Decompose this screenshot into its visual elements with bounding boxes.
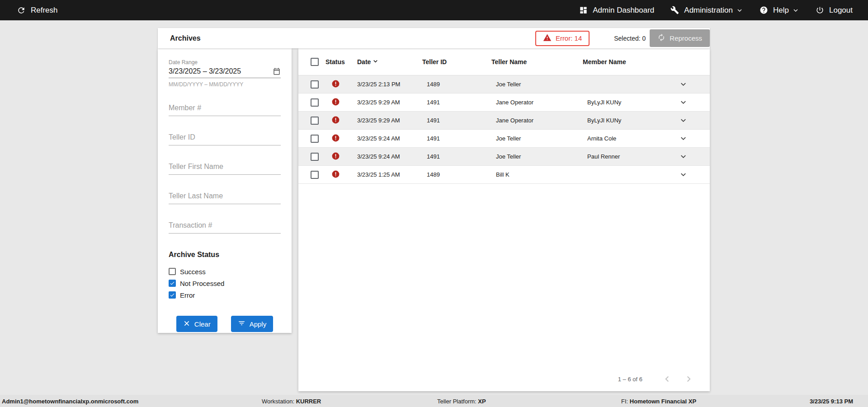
filter-actions: Clear Apply [169,316,281,332]
error-count-label: Error: 14 [556,34,582,42]
row-checkbox[interactable] [311,117,319,125]
error-status-icon [331,170,340,180]
expand-row-button[interactable] [677,114,689,126]
apply-button[interactable]: Apply [231,316,274,332]
teller-platform-info: Teller Platform: XP [437,398,486,404]
platform-label: Teller Platform: [437,398,476,404]
archive-status-list: Success Not Processed Error [169,266,281,301]
row-checkbox[interactable] [311,171,319,179]
checkbox-box[interactable] [169,280,176,287]
row-member-name: Paul Renner [583,153,676,160]
date-range-hint: MM/DD/YYYY – MM/DD/YYYY [169,81,281,88]
table-row: 3/23/25 9:29 AM 1491 Jane Operator ByLyJ… [298,112,710,130]
row-checkbox[interactable] [311,153,319,161]
row-teller-name: Jane Operator [491,117,583,124]
date-range-input[interactable] [169,67,270,75]
reprocess-label: Reprocess [670,34,702,42]
page-header: Archives Error: 14 Selected: 0 Reprocess [158,28,710,48]
teller-first-name-input[interactable] [169,161,281,175]
table-row: 3/23/25 9:24 AM 1491 Joe Teller Arnita C… [298,130,710,148]
workstation-value: KURRER [296,398,321,404]
administration-menu[interactable]: Administration [670,6,743,15]
expand-row-button[interactable] [677,78,689,90]
pagination-range-label: 1 – 6 of 6 [618,376,642,383]
help-menu[interactable]: Help [760,6,799,15]
transaction-number-input[interactable] [169,220,281,234]
chevron-down-icon [736,7,743,14]
archives-table: Status Date Teller ID Teller Name Member… [298,48,710,391]
date-column-header[interactable]: Date [357,58,422,66]
row-teller-id: 1491 [422,117,491,124]
fi-value: Hometown Financial XP [630,398,696,404]
row-checkbox[interactable] [311,135,319,143]
current-datetime: 3/23/25 9:13 PM [810,398,853,404]
admin-dashboard-label: Admin Dashboard [593,6,654,15]
administration-label: Administration [684,6,733,15]
help-icon [760,6,768,14]
error-status-icon [331,116,340,126]
row-teller-id: 1489 [422,81,491,88]
row-date: 3/23/25 9:24 AM [357,135,422,142]
date-range-label: Date Range [169,59,281,65]
row-date: 3/23/25 2:13 PM [357,81,422,88]
platform-value: XP [478,398,486,404]
previous-page-button[interactable] [662,374,672,384]
table-header-row: Status Date Teller ID Teller Name Member… [298,48,710,75]
calendar-icon[interactable] [270,67,281,75]
row-teller-name: Joe Teller [491,135,583,142]
wrench-icon [670,6,679,14]
row-date: 3/23/25 9:24 AM [357,153,422,160]
expand-row-button[interactable] [677,168,689,181]
error-count-button[interactable]: Error: 14 [535,31,590,46]
clear-icon [183,320,190,328]
top-navigation-bar: Refresh Admin Dashboard Administration H… [0,0,868,20]
table-row: 3/23/25 1:25 AM 1489 Bill K [298,166,710,184]
workstation-info: Workstation: KURRER [262,398,321,404]
teller-name-column-header: Teller Name [491,58,583,65]
teller-id-column-header: Teller ID [422,58,491,65]
row-teller-id: 1491 [422,99,491,106]
filter-icon [238,319,245,328]
apply-label: Apply [250,320,267,328]
selected-count: Selected: 0 [614,35,646,42]
row-teller-name: Jane Operator [491,99,583,106]
warning-icon [543,33,552,43]
dashboard-icon [579,6,588,14]
checkbox-box[interactable] [169,291,176,299]
row-date: 3/23/25 1:25 AM [357,171,422,178]
pagination: 1 – 6 of 6 [618,374,693,384]
status-column-header: Status [323,58,357,65]
archive-status-option[interactable]: Error [169,289,281,301]
clear-label: Clear [194,320,211,328]
row-teller-id: 1489 [422,171,491,178]
row-checkbox[interactable] [311,98,319,107]
expand-row-button[interactable] [677,132,689,145]
refresh-button[interactable]: Refresh [17,6,58,15]
logout-button[interactable]: Logout [816,6,853,15]
expand-row-button[interactable] [677,150,689,163]
member-name-column-header: Member Name [583,58,676,65]
error-status-icon [331,134,340,144]
expand-row-button[interactable] [677,96,689,108]
refresh-label: Refresh [31,6,58,15]
select-all-checkbox[interactable] [311,58,319,66]
workstation-label: Workstation: [262,398,294,404]
logout-label: Logout [829,6,853,15]
row-checkbox[interactable] [311,80,319,89]
admin-dashboard-button[interactable]: Admin Dashboard [579,6,654,15]
teller-id-input[interactable] [169,131,281,145]
checkbox-box[interactable] [169,268,176,275]
row-teller-name: Joe Teller [491,81,583,88]
row-member-name: ByLyJl KUNy [583,99,676,106]
clear-button[interactable]: Clear [176,316,217,332]
teller-last-name-input[interactable] [169,190,281,204]
archive-status-option[interactable]: Not Processed [169,277,281,289]
error-status-icon [331,152,340,162]
reprocess-button[interactable]: Reprocess [650,29,710,47]
next-page-button[interactable] [684,374,693,384]
archive-status-option-label: Not Processed [180,280,224,287]
archive-status-label: Archive Status [169,251,281,259]
filter-panel: Date Range MM/DD/YYYY – MM/DD/YYYY Archi… [158,48,292,333]
archive-status-option[interactable]: Success [169,266,281,277]
member-number-input[interactable] [169,102,281,116]
